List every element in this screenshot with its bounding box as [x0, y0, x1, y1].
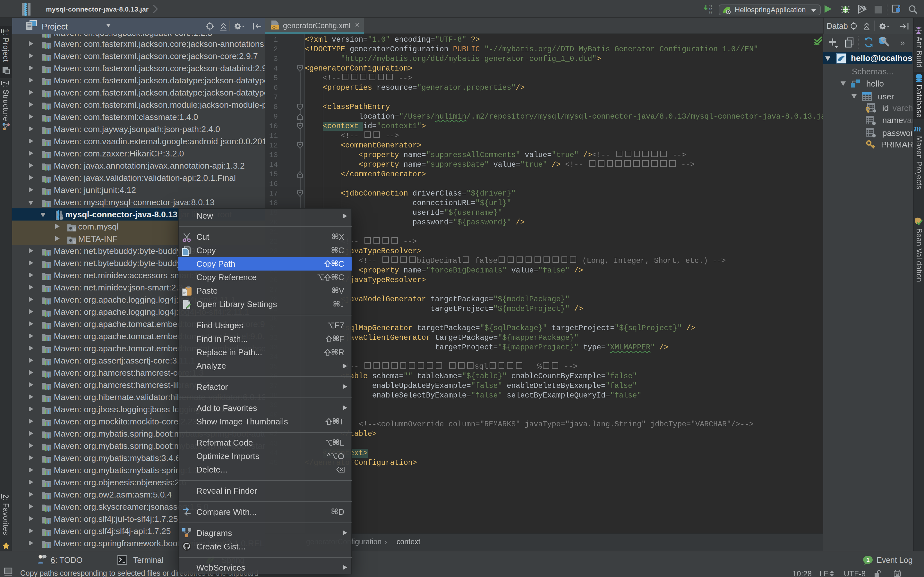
svg-text:01: 01: [709, 11, 712, 15]
svg-text:01: 01: [709, 5, 712, 8]
svg-text:<>: <>: [271, 25, 276, 30]
svg-text:1: 1: [866, 556, 869, 563]
svg-text:10: 10: [709, 8, 712, 11]
